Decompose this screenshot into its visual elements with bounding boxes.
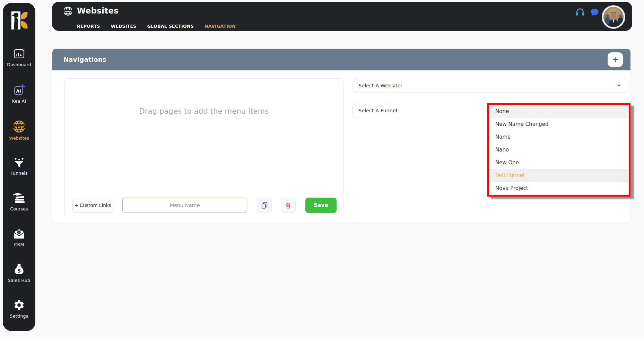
kea-bird-logo-icon [9,10,29,31]
tab-websites[interactable]: WEBSITES [111,24,137,29]
svg-text:$: $ [17,268,21,274]
header-divider [73,21,600,21]
header-tabs: REPORTS WEBSITES GLOBAL SECTIONS NAVIGAT… [77,24,236,29]
kea-logo[interactable] [9,10,29,31]
sidebar-item-label: Funnels [10,171,27,176]
funnel-option-nano[interactable]: Nano [489,144,629,156]
funnels-icon [13,157,25,168]
menu-builder-card: Drag pages to add the menu items + Custo… [64,78,343,218]
funnel-select-label: Select A Funnel: [358,108,399,113]
website-select[interactable]: Select A Website: [353,78,628,93]
sidebar-item-kea-ai[interactable]: AI Kea AI [3,84,35,104]
save-button[interactable]: Save [305,198,337,213]
drag-pages-placeholder: Drag pages to add the menu items [65,107,343,115]
websites-header-globe-icon: www [63,6,73,17]
page-title: Websites [77,6,119,15]
panel-title: Navigations [63,56,106,63]
user-avatar[interactable] [602,6,625,28]
app-header: www Websites REPORTS WEBSITES GLOBAL SEC… [52,2,632,31]
sidebar-item-label: Settings [10,313,28,319]
delete-menu-button[interactable] [281,198,296,213]
add-navigation-button[interactable]: + [608,52,623,67]
menu-name-input[interactable] [122,198,247,213]
funnel-option-name[interactable]: Name [489,131,629,144]
sidebar-item-label: CRM [14,242,24,247]
websites-globe-icon: www [12,120,26,133]
trash-icon [285,202,292,209]
tab-global-sections[interactable]: GLOBAL SECTIONS [147,24,194,29]
sidebar-item-dashboard[interactable]: Dashboard [3,48,35,67]
funnel-option-nova-project[interactable]: Nova Project [489,182,629,195]
sidebar-item-settings[interactable]: Settings [3,299,35,319]
sidebar-item-funnels[interactable]: Funnels [3,157,35,176]
kea-ai-icon: AI [12,84,26,96]
sidebar-item-courses[interactable]: Courses [3,192,35,211]
chevron-down-icon [617,85,621,87]
copy-menu-button[interactable] [257,198,272,213]
tab-navigation[interactable]: NAVIGATION [204,24,236,29]
funnel-option-new-one[interactable]: New One [489,156,629,169]
sidebar-item-sales-hub[interactable]: $ Sales Hub [3,263,35,283]
sidebar-item-label: Dashboard [7,62,31,67]
sidebar-item-label: Courses [10,206,28,211]
tab-reports[interactable]: REPORTS [77,24,100,29]
chat-bubble-icon[interactable] [590,8,599,18]
settings-gear-icon [13,299,25,311]
sidebar-item-label: Sales Hub [8,278,30,283]
funnel-dropdown-list: None New Name Changed Name Nano New One … [487,103,630,197]
support-headset-icon[interactable] [575,8,585,18]
svg-text:AI: AI [16,89,21,94]
svg-text:www: www [14,125,24,129]
sidebar-item-label: Kea AI [12,98,26,104]
custom-links-button[interactable]: + Custom Links [72,198,113,213]
crm-icon [13,228,25,240]
funnel-option-new-name-changed[interactable]: New Name Changed [489,118,629,131]
courses-icon [13,192,25,204]
funnel-option-none[interactable]: None [489,105,629,118]
sidebar-nav: Dashboard AI Kea AI www Websites [3,48,35,319]
website-select-label: Select A Website: [358,83,402,88]
sidebar: Dashboard AI Kea AI www Websites [3,3,35,331]
sidebar-item-crm[interactable]: CRM [3,228,35,247]
sidebar-item-label: Websites [9,136,29,141]
funnel-option-test-funnel[interactable]: Test Funnel [489,169,629,182]
svg-text:www: www [64,10,72,13]
sidebar-item-websites[interactable]: www Websites [3,120,35,141]
dashboard-icon [13,48,25,60]
copy-icon [261,201,268,209]
sales-hub-icon: $ [13,263,25,275]
navigations-panel-header: Navigations + [52,49,630,70]
navigations-panel: Navigations + Drag pages to add the menu… [52,49,631,223]
